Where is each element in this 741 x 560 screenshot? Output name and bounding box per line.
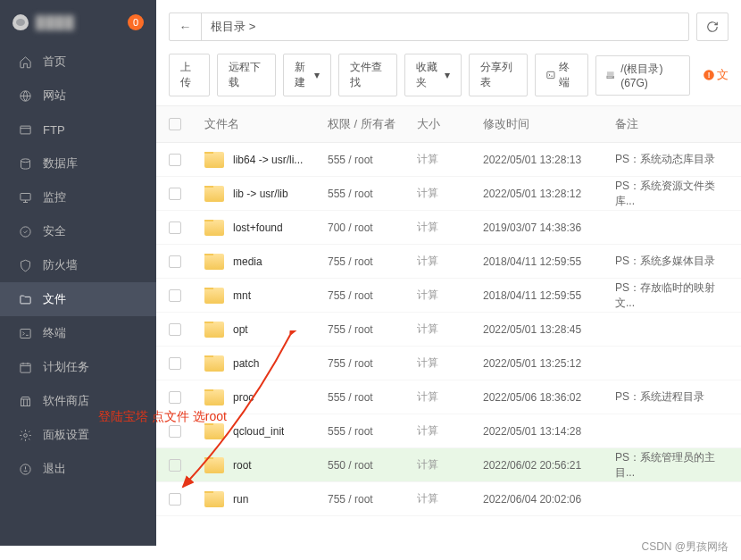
sidebar-item-label: 终端 <box>43 325 66 341</box>
select-all-checkbox[interactable] <box>169 118 181 130</box>
file-perm: 755 / root <box>328 357 417 370</box>
calc-size[interactable]: 计算 <box>417 356 438 369</box>
file-perm: 555 / root <box>328 154 417 166</box>
sidebar-item-security[interactable]: 安全 <box>0 214 156 248</box>
sidebar-item-store[interactable]: 软件商店 <box>0 384 156 418</box>
upload-button[interactable]: 上传 <box>169 54 210 96</box>
file-note: PS：存放临时的映射文... <box>615 280 729 311</box>
calc-size[interactable]: 计算 <box>417 390 438 403</box>
sidebar-item-folder[interactable]: 文件 <box>0 282 156 316</box>
row-checkbox[interactable] <box>169 357 181 370</box>
file-mtime: 2022/05/01 13:14:28 <box>483 425 615 438</box>
row-checkbox[interactable] <box>169 323 181 336</box>
sidebar-item-ftp[interactable]: FTP <box>0 113 156 146</box>
file-name[interactable]: media <box>201 254 328 270</box>
sidebar-item-db[interactable]: 数据库 <box>0 146 156 180</box>
sidebar-item-settings[interactable]: 面板设置 <box>0 418 156 452</box>
terminal-button[interactable]: 终端 <box>535 54 587 96</box>
favorites-button[interactable]: 收藏夹 ▾ <box>404 54 462 96</box>
sidebar-item-label: 面板设置 <box>43 427 89 443</box>
file-name[interactable]: qcloud_init <box>201 423 328 439</box>
back-button[interactable]: ← <box>170 13 202 40</box>
find-button[interactable]: 文件查找 <box>338 54 397 96</box>
disk-info[interactable]: /(根目录) (67G) <box>595 55 690 96</box>
calc-size[interactable]: 计算 <box>417 424 438 437</box>
sidebar-item-label: 软件商店 <box>43 393 89 409</box>
path-box: ← 根目录 > <box>169 13 689 41</box>
file-perm: 755 / root <box>328 255 417 268</box>
file-name[interactable]: root <box>201 457 328 473</box>
sidebar-item-label: 首页 <box>43 54 66 70</box>
file-name[interactable]: opt <box>201 322 328 338</box>
file-name[interactable]: patch <box>201 355 328 372</box>
table-row[interactable]: proc555 / root计算2022/05/06 18:36:02PS：系统… <box>156 380 741 414</box>
calc-size[interactable]: 计算 <box>417 255 438 267</box>
file-name[interactable]: proc <box>201 389 328 405</box>
sidebar-item-label: 安全 <box>43 223 66 239</box>
col-name[interactable]: 文件名 <box>201 116 328 132</box>
file-name[interactable]: lib64 -> usr/li... <box>201 152 328 168</box>
row-checkbox[interactable] <box>169 221 181 234</box>
sidebar: ████ 0 首页网站FTP数据库监控安全防火墙文件终端计划任务软件商店面板设置… <box>0 0 156 546</box>
notif-badge[interactable]: 0 <box>128 14 144 30</box>
folder-icon <box>204 491 224 507</box>
file-name[interactable]: lib -> usr/lib <box>201 186 328 202</box>
table-row[interactable]: media755 / root计算2018/04/11 12:59:55PS：系… <box>156 245 741 279</box>
remote-download-button[interactable]: 远程下载 <box>217 54 276 96</box>
table-row[interactable]: opt755 / root计算2022/05/01 13:28:45 <box>156 313 741 347</box>
table-row[interactable]: qcloud_init555 / root计算2022/05/01 13:14:… <box>156 414 741 448</box>
file-mtime: 2022/06/04 20:02:06 <box>483 493 615 506</box>
calc-size[interactable]: 计算 <box>417 492 438 505</box>
table-row[interactable]: lib64 -> usr/li...555 / root计算2022/05/01… <box>156 143 741 177</box>
calc-size[interactable]: 计算 <box>417 187 438 199</box>
sidebar-item-label: FTP <box>43 123 65 137</box>
col-mtime[interactable]: 修改时间 <box>483 116 615 132</box>
breadcrumb[interactable]: 根目录 > <box>202 19 264 35</box>
row-checkbox[interactable] <box>169 188 181 200</box>
refresh-button[interactable] <box>696 13 729 41</box>
table-row[interactable]: root550 / root计算2022/06/02 20:56:21PS：系统… <box>156 448 741 482</box>
sidebar-item-monitor[interactable]: 监控 <box>0 180 156 214</box>
folder-icon <box>204 322 224 338</box>
table-row[interactable]: lost+found700 / root计算2019/03/07 14:38:3… <box>156 211 741 245</box>
sidebar-item-logout[interactable]: 退出 <box>0 452 156 486</box>
col-perm[interactable]: 权限 / 所有者 <box>328 116 417 132</box>
svg-point-2 <box>21 158 29 162</box>
sidebar-item-terminal[interactable]: 终端 <box>0 316 156 350</box>
sidebar-item-home[interactable]: 首页 <box>0 45 156 79</box>
calc-size[interactable]: 计算 <box>417 288 438 301</box>
file-perm: 555 / root <box>328 188 417 200</box>
calc-size[interactable]: 计算 <box>417 153 438 165</box>
row-checkbox[interactable] <box>169 425 181 438</box>
calc-size[interactable]: 计算 <box>417 322 438 335</box>
monitor-icon <box>18 190 32 205</box>
table-row[interactable]: patch755 / root计算2022/05/01 13:25:12 <box>156 347 741 380</box>
col-size[interactable]: 大小 <box>417 116 483 132</box>
sidebar-item-shield[interactable]: 防火墙 <box>0 248 156 282</box>
terminal-icon <box>546 70 555 80</box>
file-mtime: 2022/05/06 18:36:02 <box>483 391 615 404</box>
share-list-button[interactable]: 分享列表 <box>469 54 528 96</box>
file-mtime: 2022/05/01 13:28:13 <box>483 154 615 166</box>
file-table: 文件名 权限 / 所有者 大小 修改时间 备注 lib64 -> usr/li.… <box>156 105 741 516</box>
table-row[interactable]: lib -> usr/lib555 / root计算2022/05/01 13:… <box>156 177 741 211</box>
globe-icon <box>18 88 32 103</box>
table-row[interactable]: run755 / root计算2022/06/04 20:02:06 <box>156 482 741 516</box>
row-checkbox[interactable] <box>169 391 181 404</box>
calc-size[interactable]: 计算 <box>417 458 438 471</box>
calc-size[interactable]: 计算 <box>417 221 438 233</box>
table-row[interactable]: mnt755 / root计算2018/04/11 12:59:55PS：存放临… <box>156 279 741 313</box>
new-button[interactable]: 新建 ▾ <box>283 54 331 96</box>
file-name[interactable]: lost+found <box>201 220 328 236</box>
row-checkbox[interactable] <box>169 289 181 302</box>
row-checkbox[interactable] <box>169 255 181 268</box>
sidebar-item-schedule[interactable]: 计划任务 <box>0 350 156 384</box>
row-checkbox[interactable] <box>169 154 181 166</box>
file-name[interactable]: run <box>201 491 328 507</box>
sidebar-item-globe[interactable]: 网站 <box>0 79 156 113</box>
file-perm: 700 / root <box>328 221 417 234</box>
watermark: CSDN @男孩网络 <box>641 539 729 555</box>
file-name[interactable]: mnt <box>201 288 328 304</box>
row-checkbox[interactable] <box>169 459 181 472</box>
row-checkbox[interactable] <box>169 493 181 506</box>
